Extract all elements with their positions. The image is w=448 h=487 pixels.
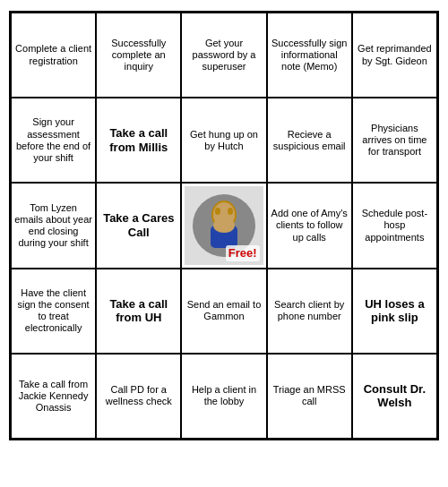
bingo-cell-9: Physicians arrives on time for transport — [352, 98, 437, 183]
cell-text-2: Get your password by a superuser — [185, 38, 263, 73]
bingo-cell-4: Get reprimanded by Sgt. Gideon — [352, 13, 437, 98]
bingo-cell-15: Have the client sign the consent to trea… — [11, 269, 96, 354]
bingo-title — [9, 0, 439, 11]
cell-text-11: Take a Cares Call — [99, 211, 177, 239]
bingo-cell-19: UH loses a pink slip — [352, 269, 437, 354]
bingo-cell-21: Call PD for a wellness check — [96, 354, 181, 439]
cell-text-10: Tom Lyzen emails about year end closing … — [14, 202, 92, 250]
svg-point-2 — [215, 208, 220, 215]
svg-point-3 — [228, 208, 233, 215]
bingo-cell-7: Get hung up on by Hutch — [181, 98, 266, 183]
bingo-cell-20: Take a call from Jackie Kennedy Onassis — [11, 354, 96, 439]
bingo-cell-0: Complete a client registration — [11, 13, 96, 98]
cell-text-20: Take a call from Jackie Kennedy Onassis — [14, 379, 92, 414]
bingo-cell-5: Sign your assessment before the end of y… — [11, 98, 96, 183]
bingo-cell-14: Schedule post-hosp appointments — [352, 183, 437, 268]
cell-text-16: Take a call from UH — [99, 297, 177, 325]
cell-text-5: Sign your assessment before the end of y… — [14, 116, 92, 164]
bingo-cell-1: Successfully complete an inquiry — [96, 13, 181, 98]
bingo-cell-10: Tom Lyzen emails about year end closing … — [11, 183, 96, 268]
cell-text-8: Recieve a suspicious email — [271, 129, 349, 152]
cell-text-14: Schedule post-hosp appointments — [356, 208, 434, 244]
cell-text-3: Successfully sign informational note (Me… — [271, 38, 349, 73]
cell-text-7: Get hung up on by Hutch — [185, 129, 263, 152]
cell-text-19: UH loses a pink slip — [356, 297, 434, 325]
cell-text-24: Consult Dr. Welsh — [356, 382, 434, 410]
bingo-cell-18: Search client by phone number — [267, 269, 352, 354]
bingo-cell-16: Take a call from UH — [96, 269, 181, 354]
bingo-cell-23: Triage an MRSS call — [267, 354, 352, 439]
cell-text-1: Successfully complete an inquiry — [99, 38, 177, 73]
cell-text-15: Have the client sign the consent to trea… — [14, 287, 92, 335]
cell-text-13: Add one of Amy's clients to follow up ca… — [271, 208, 349, 244]
svg-point-5 — [213, 218, 235, 233]
cell-text-4: Get reprimanded by Sgt. Gideon — [356, 43, 434, 66]
bingo-grid: Complete a client registrationSuccessful… — [9, 11, 439, 440]
cell-text-23: Triage an MRSS call — [271, 384, 349, 407]
cell-text-18: Search client by phone number — [271, 299, 349, 322]
cell-text-21: Call PD for a wellness check — [99, 384, 177, 407]
bingo-cell-12: Free! — [181, 183, 266, 268]
bingo-cell-3: Successfully sign informational note (Me… — [267, 13, 352, 98]
cell-text-6: Take a call from Millis — [99, 126, 177, 154]
cell-text-17: Send an email to Gammon — [185, 299, 263, 322]
bingo-cell-24: Consult Dr. Welsh — [352, 354, 437, 439]
bingo-cell-22: Help a client in the lobby — [181, 354, 266, 439]
bingo-cell-13: Add one of Amy's clients to follow up ca… — [267, 183, 352, 268]
bingo-cell-8: Recieve a suspicious email — [267, 98, 352, 183]
cell-text-22: Help a client in the lobby — [185, 384, 263, 407]
bingo-cell-6: Take a call from Millis — [96, 98, 181, 183]
bingo-cell-11: Take a Cares Call — [96, 183, 181, 268]
bingo-cell-17: Send an email to Gammon — [181, 269, 266, 354]
bingo-cell-2: Get your password by a superuser — [181, 13, 266, 98]
cell-text-0: Complete a client registration — [14, 43, 92, 66]
cell-text-9: Physicians arrives on time for transport — [356, 123, 434, 158]
